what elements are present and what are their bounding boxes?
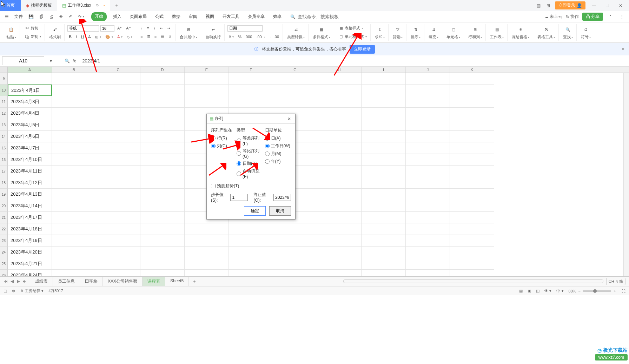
cell[interactable]	[450, 212, 494, 223]
inc-font-icon[interactable]: A⁺	[116, 25, 123, 31]
italic-button[interactable]: I	[74, 34, 78, 40]
cell[interactable]	[450, 258, 494, 270]
save-icon[interactable]: 💾	[26, 13, 36, 21]
cell[interactable]	[96, 200, 140, 212]
column-header[interactable]: E	[185, 67, 229, 73]
cell[interactable]	[140, 212, 185, 223]
nav-next-icon[interactable]: ▶	[15, 279, 21, 284]
nav-prev-icon[interactable]: ◀	[9, 279, 15, 284]
cell[interactable]	[406, 85, 450, 96]
number-format-select[interactable]	[227, 25, 263, 32]
sheet-tab[interactable]: 田字格	[80, 277, 103, 286]
cell[interactable]: 2023年4月4日	[8, 108, 52, 119]
cell[interactable]	[317, 142, 362, 154]
fullscreen-icon[interactable]: ⛶	[622, 289, 625, 293]
search-input[interactable]	[298, 14, 357, 19]
cell[interactable]	[140, 189, 185, 200]
cell[interactable]	[96, 85, 140, 96]
file-menu[interactable]: 文件	[12, 12, 25, 21]
row-header[interactable]: 22	[0, 223, 8, 235]
cell[interactable]	[406, 131, 450, 142]
row-header[interactable]: 13	[0, 119, 8, 131]
cell[interactable]	[273, 73, 317, 85]
cut-button[interactable]: ✂剪切	[23, 25, 40, 32]
sheet-tab[interactable]: Sheet5	[165, 277, 189, 286]
cell[interactable]	[450, 247, 494, 258]
cell[interactable]	[140, 73, 185, 85]
cell[interactable]	[317, 85, 362, 96]
zoom-control[interactable]: 80% − ＋	[569, 288, 617, 294]
cell[interactable]	[362, 200, 406, 212]
table-tools-button[interactable]: 🛠表格工具	[536, 25, 556, 40]
view-normal-icon[interactable]: ▦	[519, 289, 523, 293]
comma-icon[interactable]: 000	[244, 34, 253, 40]
cell[interactable]	[140, 270, 185, 276]
add-sheet-button[interactable]: ＋	[189, 277, 200, 286]
cell[interactable]	[96, 247, 140, 258]
ok-button[interactable]: 确定	[244, 206, 266, 216]
cell[interactable]	[317, 131, 362, 142]
cell[interactable]	[317, 166, 362, 177]
cell[interactable]	[229, 270, 273, 276]
tab-review[interactable]: 审阅	[187, 12, 199, 21]
font-color-button[interactable]: A	[116, 34, 124, 40]
type-convert-button[interactable]: ⇄类型转换	[286, 25, 306, 40]
cell[interactable]	[52, 73, 96, 85]
menu-icon[interactable]: ☰	[3, 13, 11, 21]
cell[interactable]	[450, 142, 494, 154]
cell[interactable]	[185, 73, 229, 85]
cell[interactable]	[406, 119, 450, 131]
cell[interactable]	[450, 200, 494, 212]
bold-button[interactable]: B	[67, 34, 73, 40]
cell[interactable]	[96, 96, 140, 108]
tab-workbook[interactable]: ▤ 工作簿3.xlsx ⟳ •	[57, 0, 110, 11]
row-header[interactable]: 17	[0, 166, 8, 177]
percent-icon[interactable]: %	[237, 34, 243, 40]
dec-dec-icon[interactable]: ←.00	[269, 34, 280, 40]
cell[interactable]	[185, 270, 229, 276]
cell[interactable]: 2023年4月17日	[8, 212, 52, 223]
sheet-tab[interactable]: 员工信息	[53, 277, 80, 286]
clear-format-button[interactable]: ◇	[125, 34, 134, 40]
size-select[interactable]	[100, 25, 114, 32]
cell[interactable]	[450, 189, 494, 200]
cell[interactable]	[52, 200, 96, 212]
cell[interactable]	[406, 166, 450, 177]
cell[interactable]	[362, 73, 406, 85]
cell[interactable]	[450, 270, 494, 276]
cell[interactable]	[273, 85, 317, 96]
collapse-ribbon-icon[interactable]: ⌃	[607, 13, 614, 21]
radio-workday[interactable]: 工作日(W)	[265, 143, 291, 149]
cell[interactable]	[362, 119, 406, 131]
cell[interactable]	[52, 96, 96, 108]
cell[interactable]	[140, 200, 185, 212]
row-header[interactable]: 14	[0, 131, 8, 142]
cell[interactable]	[406, 96, 450, 108]
cell[interactable]	[406, 200, 450, 212]
cell[interactable]	[450, 154, 494, 166]
cell[interactable]	[362, 142, 406, 154]
cell[interactable]	[96, 223, 140, 235]
cell[interactable]	[229, 96, 273, 108]
cell[interactable]	[140, 119, 185, 131]
cloud-button[interactable]: ☁ 未上云	[544, 14, 562, 20]
cell[interactable]	[52, 258, 96, 270]
cell[interactable]	[406, 223, 450, 235]
tab-insert[interactable]: 插入	[111, 12, 124, 21]
copy-button[interactable]: ⿻复制	[23, 33, 42, 40]
cell[interactable]	[273, 96, 317, 108]
dialog-close-button[interactable]: ✕	[286, 116, 292, 121]
cell[interactable]	[406, 142, 450, 154]
cell[interactable]	[450, 177, 494, 189]
cell[interactable]	[362, 258, 406, 270]
table-style-button[interactable]: ▦表格样式	[337, 25, 364, 32]
merge-button[interactable]: ⊟合并居中	[178, 25, 199, 40]
cell[interactable]	[317, 235, 362, 247]
align-center-icon[interactable]: ≣	[146, 34, 152, 40]
cell[interactable]	[140, 142, 185, 154]
cell[interactable]	[362, 85, 406, 96]
predict-checkbox[interactable]: 预测趋势(T)	[211, 183, 291, 189]
tab-template[interactable]: ◆ 找稻壳模板	[21, 0, 57, 11]
cell[interactable]	[52, 177, 96, 189]
view-split-icon[interactable]: ◫	[536, 289, 539, 293]
